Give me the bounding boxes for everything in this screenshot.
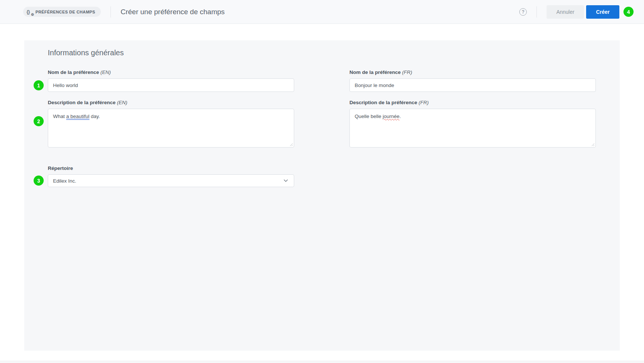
desc-en-textarea[interactable]: What a beautiful day. xyxy=(48,109,294,148)
repertoire-select[interactable]: Edilex Inc. xyxy=(48,174,294,187)
braces-gear-icon: { }⚙ xyxy=(27,9,33,15)
spell-underlined-text: journée xyxy=(383,114,399,119)
module-badge-label: PRÉFÉRENCES DE CHAMPS xyxy=(35,10,95,14)
field-name-en: Nom de la préférence (EN) 1 xyxy=(48,69,294,92)
name-fr-input[interactable] xyxy=(349,78,596,92)
help-icon[interactable]: ? xyxy=(519,8,527,16)
field-desc-fr-label: Description de la préférence (FR) xyxy=(349,100,596,105)
field-desc-fr: Description de la préférence (FR) Quelle… xyxy=(349,100,596,148)
section-title: Informations générales xyxy=(48,49,620,57)
annotation-badge-3: 3 xyxy=(34,176,44,186)
name-en-input[interactable] xyxy=(48,78,294,92)
field-desc-en-label: Description de la préférence (EN) xyxy=(48,100,294,105)
bottom-strip xyxy=(0,361,644,363)
header-divider-right xyxy=(536,6,537,18)
field-desc-en: Description de la préférence (EN) What a… xyxy=(48,100,294,148)
repertoire-select-value: Edilex Inc. xyxy=(53,178,76,184)
cancel-button[interactable]: Annuler xyxy=(547,5,584,19)
resize-handle-icon[interactable] xyxy=(591,143,595,146)
form-grid: Nom de la préférence (EN) 1 Nom de la pr… xyxy=(48,69,620,195)
field-repertoire-label: Répertoire xyxy=(48,165,294,171)
module-badge[interactable]: { }⚙ PRÉFÉRENCES DE CHAMPS xyxy=(23,7,101,17)
field-repertoire: Répertoire Edilex Inc. 3 xyxy=(48,165,294,187)
lang-tag: (FR) xyxy=(402,69,412,75)
resize-handle-icon[interactable] xyxy=(289,143,293,146)
field-name-fr-label: Nom de la préférence (FR) xyxy=(349,69,596,75)
page-title: Créer une préférence de champs xyxy=(121,8,225,16)
header-divider xyxy=(111,6,111,18)
annotation-badge-4: 4 xyxy=(623,7,634,17)
desc-fr-textarea[interactable]: Quelle belle journée. xyxy=(349,109,596,148)
annotation-badge-2: 2 xyxy=(34,116,44,126)
lang-tag: (FR) xyxy=(419,100,429,105)
grammar-underlined-text: a beautiful xyxy=(66,114,89,119)
form-panel: Informations générales Nom de la préfére… xyxy=(24,40,620,351)
lang-tag: (EN) xyxy=(117,100,127,105)
top-header: { }⚙ PRÉFÉRENCES DE CHAMPS Créer une pré… xyxy=(0,0,644,24)
chevron-down-icon xyxy=(284,179,288,182)
field-name-en-label: Nom de la préférence (EN) xyxy=(48,69,294,75)
create-button[interactable]: Créer xyxy=(586,5,619,19)
annotation-badge-1: 1 xyxy=(34,80,44,90)
lang-tag: (EN) xyxy=(100,69,111,75)
field-name-fr: Nom de la préférence (FR) xyxy=(349,69,596,92)
